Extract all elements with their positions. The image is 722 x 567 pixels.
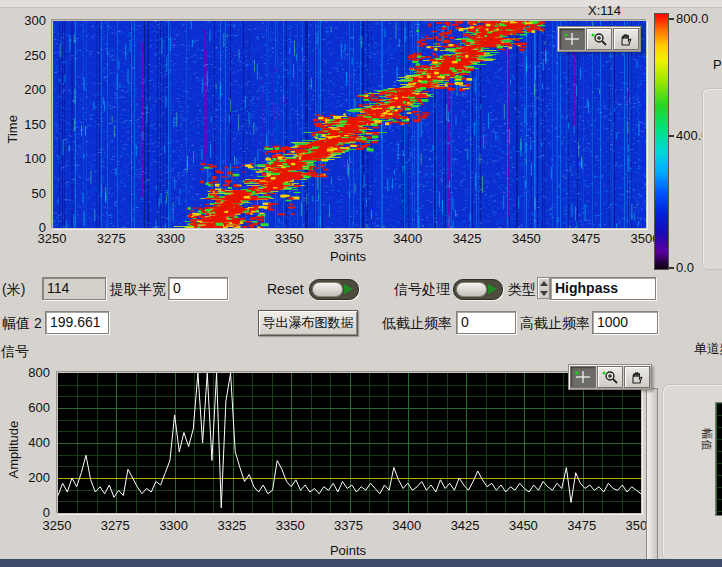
- wf-yticks-0: 300: [0, 13, 46, 28]
- amplitude2-field[interactable]: 199.661: [45, 311, 109, 334]
- wf-xticks-7: 3425: [453, 231, 482, 246]
- reset-toggle[interactable]: [309, 279, 359, 300]
- vertical-divider-bar[interactable]: [646, 388, 658, 560]
- signal-cursor-tool-button[interactable]: [570, 366, 596, 388]
- right-side-panel-upper: [702, 88, 722, 270]
- cursor-tool-button[interactable]: [559, 28, 585, 50]
- high-cutoff-label: 高截止频率: [520, 315, 590, 333]
- right-panel-truncated-label: 单道频谱: [694, 340, 722, 358]
- sig-yticks-1: 600: [0, 400, 50, 415]
- wf-yticks-2: 200: [0, 82, 46, 97]
- signal-pan-tool-button[interactable]: [624, 366, 650, 388]
- wf-yticks-4: 100: [0, 151, 46, 166]
- sig-xticks-3: 3325: [217, 518, 246, 533]
- sig-xticks-6: 3400: [392, 518, 421, 533]
- crosshair-icon: [574, 370, 592, 384]
- colorbar-tick-max: [669, 18, 674, 20]
- wf-xticks-5: 3375: [334, 231, 363, 246]
- pan-tool-button[interactable]: [613, 28, 639, 50]
- wf-xticks-0: 3250: [38, 231, 67, 246]
- reset-toggle-knob: [312, 282, 343, 297]
- right-chart-vertical-label: 幅值: [699, 428, 714, 452]
- bottom-window-strip: [0, 559, 722, 567]
- app-window: Time 300250200150100500 3250327533003325…: [0, 0, 722, 567]
- wf-xticks-3: 3325: [215, 231, 244, 246]
- magnifier-icon: [601, 370, 619, 384]
- hand-icon: [628, 370, 646, 384]
- hand-icon: [617, 32, 635, 46]
- sig-xticks-5: 3375: [334, 518, 363, 533]
- sig-xticks-2: 3300: [159, 518, 188, 533]
- high-cutoff-field[interactable]: 1000: [592, 311, 658, 334]
- distance-label: (米): [2, 281, 25, 299]
- sig-xticks-8: 3450: [509, 518, 538, 533]
- waterfall-xlabel: Points: [318, 249, 378, 264]
- reset-label: Reset: [267, 281, 304, 297]
- export-waterfall-button[interactable]: 导出瀑布图数据: [258, 310, 358, 336]
- type-ring-field[interactable]: Highpass: [550, 277, 656, 300]
- wf-yticks-3: 150: [0, 116, 46, 131]
- signal-xlabel: Points: [318, 543, 378, 558]
- waterfall-graph-palette: [557, 26, 641, 52]
- signal-zoom-tool-button[interactable]: [597, 366, 623, 388]
- spinner-up-icon[interactable]: [540, 281, 548, 286]
- low-cutoff-label: 低截止频率: [382, 315, 452, 333]
- wf-xticks-8: 3450: [512, 231, 541, 246]
- sig-xticks-4: 3350: [276, 518, 305, 533]
- wf-xticks-1: 3275: [97, 231, 126, 246]
- spinner-down-icon[interactable]: [540, 291, 548, 296]
- signal-processing-toggle-arrow-icon: [488, 284, 497, 294]
- signal-processing-toggle-knob: [456, 282, 487, 297]
- signal-processing-label: 信号处理: [394, 281, 450, 299]
- right-chart-sliver: [715, 402, 722, 516]
- half-width-label: 提取半宽: [110, 281, 166, 299]
- zoom-tool-button[interactable]: [586, 28, 612, 50]
- signal-plot-area[interactable]: [57, 372, 642, 514]
- reset-toggle-arrow-icon: [344, 284, 353, 294]
- signal-processing-toggle[interactable]: [453, 279, 503, 300]
- wf-xticks-4: 3350: [275, 231, 304, 246]
- colorbar-tick-mid: [669, 135, 674, 137]
- wf-xticks-9: 3475: [571, 231, 600, 246]
- colorbar-min-label: 0.0: [676, 260, 694, 275]
- wf-yticks-5: 50: [0, 185, 46, 200]
- colorbar-tick-min: [669, 267, 674, 269]
- sig-xticks-1: 3275: [101, 518, 130, 533]
- waterfall-cursor-readout: X:114: [588, 3, 621, 18]
- wf-xticks-6: 3400: [393, 231, 422, 246]
- crosshair-icon: [563, 32, 581, 46]
- sig-xticks-9: 3475: [567, 518, 596, 533]
- magnifier-icon: [590, 32, 608, 46]
- colorbar-max-label: 800.0: [676, 11, 709, 26]
- signal-graph-palette: [568, 364, 652, 390]
- right-truncated-label-p: P: [713, 57, 722, 72]
- low-cutoff-field[interactable]: 0: [456, 311, 516, 334]
- signal-panel-label: 信号: [1, 343, 29, 361]
- wf-yticks-1: 250: [0, 47, 46, 62]
- right-side-panel-lower: [662, 384, 722, 562]
- sig-xticks-7: 3425: [451, 518, 480, 533]
- wf-xticks-2: 3300: [156, 231, 185, 246]
- sig-xticks-0: 3250: [43, 518, 72, 533]
- half-width-field[interactable]: 0: [168, 277, 228, 300]
- type-spinner[interactable]: [537, 277, 550, 299]
- type-label: 类型: [508, 281, 536, 299]
- sig-yticks-3: 200: [0, 470, 50, 485]
- amplitude2-label: 幅值 2: [2, 315, 42, 333]
- sig-yticks-2: 400: [0, 435, 50, 450]
- distance-field[interactable]: 114: [42, 277, 106, 300]
- waterfall-color-scale: [654, 13, 669, 270]
- sig-yticks-0: 800: [0, 365, 50, 380]
